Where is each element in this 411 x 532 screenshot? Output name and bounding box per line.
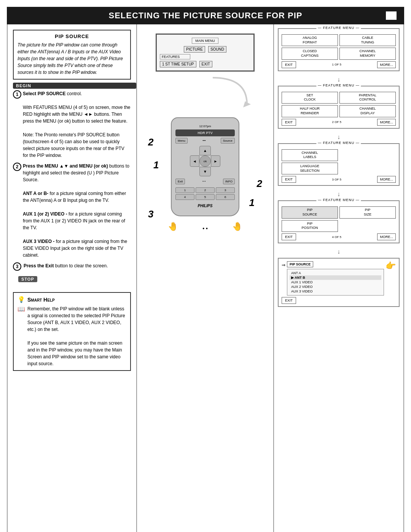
feature-menu-3: — FEATURE MENU — CHANNELLABELS LANGUAGES… [278,143,400,186]
language-selection-btn[interactable]: LANGUAGESELECTION [282,163,338,174]
pip-item-ant-b[interactable]: ▶ ANT B [290,275,381,280]
exit-btn-5[interactable]: EXIT [282,297,296,304]
step-overlay-3: 3 [148,208,153,220]
pip-position-btn[interactable]: PIPPOSITION [282,220,338,232]
features-item[interactable]: FEATURES [160,54,190,59]
numpad-4[interactable]: 4 [175,194,194,200]
half-hour-reminder-btn[interactable]: HALF HOURREMINDER [282,105,338,117]
hand-right: 🤚 [232,222,242,232]
philips-brand: PHILIPS [175,204,235,208]
step-2-bold: Press the MENU ▲▼ and MENU (or ok) [23,163,108,169]
left-column: PIP SOURCE The picture for the PIP windo… [8,24,137,532]
step-1-content: Select PIP SOURCE control. With FEATURES… [23,90,131,159]
more-btn-4[interactable]: MORE... [377,233,396,240]
feature-menu-1-exit-row: EXIT 1 OF 5 MORE... [282,61,396,68]
more-btn-2[interactable]: MORE... [377,119,396,126]
smart-help-box: 💡 Smart Help 📖 Remember, the PIP window … [13,292,131,371]
dpad-right[interactable]: ► [211,155,220,167]
pip-source-menu-inner: ⇒ PIP SOURCE ANT A ▶ ANT B AUX 1 VIDEO A… [282,261,396,296]
remote-numpad: 1 2 3 4 5 6 [175,187,235,200]
set-clock-btn[interactable]: SETCLOCK [282,92,338,104]
pip-item-aux2[interactable]: AUX 2 VIDEO [290,284,381,289]
feature-menu-1-label: — FEATURE MENU — [316,26,361,30]
numpad-6[interactable]: 6 [216,194,235,200]
step-1: 1 Select PIP SOURCE control. With FEATUR… [13,90,131,159]
pip-source-menu-content: PIP SOURCE ANT A ▶ ANT B AUX 1 VIDEO AUX… [287,261,384,296]
exit-btn-2[interactable]: EXIT [282,119,296,126]
channel-display-btn[interactable]: CHANNELDISPLAY [339,105,396,117]
arrow-2-to-3: ↓ [278,134,400,140]
parental-control-btn[interactable]: PARENTALCONTROL [339,92,396,104]
pip-source-dropdown-label: PIP SOURCE [287,261,313,267]
dpad-up[interactable]: ▲ [199,146,211,155]
closed-captions-btn[interactable]: CLOSEDCAPTIONS [282,48,338,59]
more-btn-3[interactable]: MORE... [377,176,396,183]
pip-source-title: PIP SOURCE [18,34,126,39]
step-1-bold: Select PIP SOURCE [23,91,66,96]
numpad-5[interactable]: 5 [196,194,215,200]
empty-btn-2 [339,163,396,174]
page-title: SELECTING THE PICTURE SOURCE FOR PIP [25,11,386,21]
main-content: PIP SOURCE The picture for the PIP windo… [7,24,404,532]
book-icon: 📖 [18,305,25,313]
pip-item-aux1[interactable]: AUX 1 VIDEO [290,280,381,284]
empty-btn-1 [339,149,396,161]
begin-badge: BEGIN [13,83,136,89]
dpad-left[interactable]: ◄ [190,155,199,167]
lightbulb-icon: 💡 [18,296,25,303]
channel-memory-btn[interactable]: CHANNELMEMORY [339,48,396,59]
remote-source-btn[interactable]: Source [221,138,235,144]
pip-size-btn[interactable]: PIPSIZE [339,206,396,218]
exit-btn-4[interactable]: EXIT [282,233,296,240]
sound-button[interactable]: SOUND [208,46,226,53]
feature-menu-4-exit-row: EXIT 4 OF 5 MORE... [282,233,396,240]
dpad-down[interactable]: ▼ [199,167,211,176]
arrow-1-to-2: ↓ [278,77,400,83]
remote-spacer: • • [202,179,206,184]
numpad-1[interactable]: 1 [175,187,194,193]
step-1-circle: 1 [13,90,21,99]
step-overlay-2: 2 [148,136,153,148]
remote-time-display: 12:07pm [199,125,211,128]
corner-decoration [386,11,397,20]
step-3-circle: 3 [13,262,21,271]
picture-button[interactable]: PICTURE [184,46,205,53]
feature-menu-2: — FEATURE MENU — SETCLOCK PARENTALCONTRO… [278,86,400,129]
feature-menu-2-exit-row: EXIT 2 OF 5 MORE... [282,119,396,126]
channel-labels-btn[interactable]: CHANNELLABELS [282,149,338,161]
remote-illustration: 2 1 1 2 3 12:07pm HDR PTV Menu ••• Sourc… [148,113,262,220]
remote-menu-btn[interactable]: Menu [175,138,188,144]
pip-source-box: PIP SOURCE The picture for the PIP windo… [13,30,131,80]
pip-source-btn[interactable]: PIPSOURCE [282,206,338,218]
empty-btn-3 [339,220,396,232]
stop-badge: STOP [18,276,37,282]
analog-format-btn[interactable]: ANALOGFORMAT [282,34,338,46]
remote-exit-btn[interactable]: Exit [175,179,185,184]
arrow-3-to-4: ↓ [278,191,400,197]
exit-btn-1[interactable]: EXIT [282,61,296,68]
feature-menu-4: — FEATURE MENU — PIPSOURCE PIPSIZE PIPPO… [278,200,400,243]
feature-menu-3-exit-row: EXIT 3 OF 5 MORE... [282,176,396,183]
time-setup-button[interactable]: 1 ST TIME SETUP [160,61,196,67]
remote-brand-area: 12:07pm HDR PTV [175,123,235,136]
pip-source-arrow: ⇒ [282,262,285,268]
exit-btn-3[interactable]: EXIT [282,176,296,183]
feature-menu-1-grid: ANALOGFORMAT CABLETUNING CLOSEDCAPTIONS … [282,34,396,60]
dpad-ok[interactable]: ok [199,155,211,167]
step-3-bold: Press the Exit [24,263,54,268]
cable-tuning-btn[interactable]: CABLETUNING [339,34,396,46]
exit-button-tv[interactable]: EXIT [199,61,212,67]
more-btn-1[interactable]: MORE... [377,61,396,68]
remote-control: 12:07pm HDR PTV Menu ••• Source ▲ ▼ ◄ [171,117,239,216]
step-overlay-1b: 1 [249,197,255,209]
tv-screen-diagram: MAIN MENU PICTURE SOUND FEATURES 1 ST TI… [156,34,255,72]
pip-item-ant-a[interactable]: ANT A [290,271,381,275]
numpad-2[interactable]: 2 [196,187,215,193]
remote-info-btn[interactable]: INFO [223,179,235,184]
numpad-3[interactable]: 3 [216,187,235,193]
page-header: SELECTING THE PICTURE SOURCE FOR PIP [7,7,404,24]
remote-top-buttons: Menu ••• Source [175,138,235,144]
pip-item-aux3[interactable]: AUX 3 VIDEO [290,289,381,294]
feature-menu-2-grid: SETCLOCK PARENTALCONTROL HALF HOURREMIND… [282,92,396,117]
feature-menu-3-grid: CHANNELLABELS LANGUAGESELECTION [282,149,396,175]
